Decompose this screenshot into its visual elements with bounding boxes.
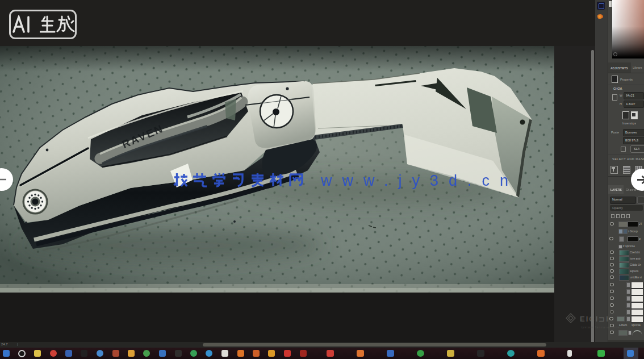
svg-text:www.jy3d.cn: www.jy3d.cn [320,172,518,189]
svg-text:EICI⊐I: EICI⊐I [580,315,609,323]
svg-text:tystam.fanva-ahlane: tystam.fanva-ahlane [581,325,620,329]
